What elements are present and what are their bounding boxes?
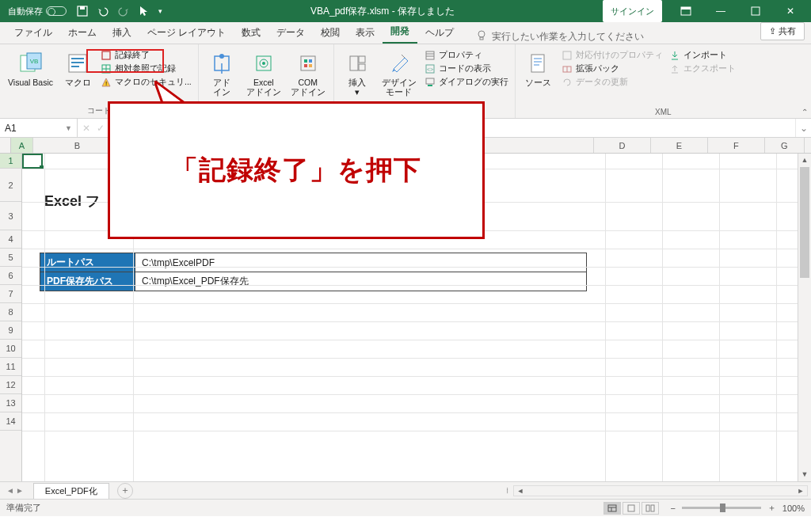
insert-control-button[interactable]: 挿入▾ [339,48,375,104]
cursor-icon[interactable] [138,5,150,17]
status-text: 準備完了 [6,502,41,514]
visual-basic-button[interactable]: VB Visual Basic [5,48,56,104]
undo-icon[interactable] [97,5,109,17]
sheet-tab[interactable]: Excel_PDF化 [33,483,109,499]
svg-point-19 [219,54,224,59]
namebox-dropdown-icon[interactable]: ▼ [65,124,72,132]
signin-button[interactable]: サインイン [603,0,662,22]
sheet-next-icon[interactable]: ► [16,486,24,495]
svg-rect-38 [531,55,544,72]
collapse-ribbon-icon[interactable]: ⌃ [801,108,808,116]
scroll-up-icon[interactable]: ▲ [798,154,811,167]
enter-formula-icon[interactable]: ✓ [97,123,105,134]
split-handle-icon[interactable]: ⁞ [506,486,508,495]
row-header[interactable]: 11 [0,358,21,376]
tab-review[interactable]: 校閲 [313,21,348,44]
row-header[interactable]: 9 [0,321,21,340]
column-header[interactable]: F [708,138,765,153]
source-button[interactable]: ソース [520,48,557,106]
row-header[interactable]: 8 [0,303,21,321]
column-header[interactable]: A [11,138,33,153]
com-addins-button[interactable]: COM アドイン [287,48,329,104]
row-header[interactable]: 3 [0,202,21,230]
addins-button[interactable]: アド イン [204,48,240,104]
column-header[interactable]: D [594,138,651,153]
tab-view[interactable]: 表示 [348,21,383,44]
row-header[interactable]: 1 [0,154,21,169]
tab-data[interactable]: データ [268,21,313,44]
row-header[interactable]: 6 [0,267,21,285]
map-properties-button[interactable]: 対応付けのプロパティ [560,49,664,62]
properties-button[interactable]: プロパティ [423,49,510,62]
excel-addin-icon [251,51,276,76]
normal-view-button[interactable] [603,502,621,515]
minimize-button[interactable]: — [703,0,738,22]
excel-addins-button[interactable]: Excel アドイン [243,48,284,104]
view-code-button[interactable]: <> コードの表示 [423,63,510,75]
row-header[interactable]: 10 [0,340,21,358]
cancel-formula-icon[interactable]: ✕ [82,123,90,134]
row-header[interactable]: 7 [0,285,21,303]
row-header[interactable]: 2 [0,169,21,202]
tab-home[interactable]: ホーム [60,21,105,44]
svg-text:<>: <> [427,66,433,72]
svg-rect-11 [71,58,84,59]
row-header[interactable]: 12 [0,376,21,394]
excel-addins-label: Excel アドイン [246,78,281,97]
refresh-icon [562,77,573,88]
scroll-thumb[interactable] [800,167,809,278]
maximize-button[interactable] [738,0,773,22]
select-all-corner[interactable] [0,138,11,154]
expansion-pack-button[interactable]: 拡張パック [560,63,664,75]
title-bar: 自動保存 ▾ VBA_pdf保存.xlsm - 保存しました サインイン — ✕ [0,0,811,22]
svg-rect-37 [428,85,432,86]
tab-file[interactable]: ファイル [6,21,60,44]
scroll-right-icon[interactable]: ► [794,487,807,495]
tab-pagelayout[interactable]: ページ レイアウト [139,21,234,44]
redo-icon[interactable] [117,5,130,17]
annotation-highlight [86,49,164,73]
row-header[interactable]: 4 [0,230,21,249]
zoom-in-icon[interactable]: ＋ [767,502,776,514]
tab-developer[interactable]: 開発 [383,20,417,44]
row-header[interactable]: 14 [0,412,21,431]
group-xml-label: XML [520,106,806,116]
add-sheet-button[interactable]: ＋ [117,483,133,499]
pdf-path-value[interactable]: C:\tmp\Excel_PDF保存先 [135,272,587,291]
autosave-toggle[interactable]: 自動保存 [8,6,67,17]
page-layout-view-button[interactable] [623,502,640,515]
tab-help[interactable]: ヘルプ [417,21,462,44]
scroll-down-icon[interactable]: ▼ [798,468,811,481]
row-header[interactable]: 13 [0,394,21,412]
share-button[interactable]: ⇪共有 [760,22,805,40]
save-icon[interactable] [76,5,89,17]
close-button[interactable]: ✕ [773,0,808,22]
tell-me-search[interactable]: 実行したい作業を入力してください [462,30,760,44]
ribbon-options-icon[interactable] [668,0,703,22]
run-dialog-button[interactable]: ダイアログの実行 [423,76,510,89]
scroll-left-icon[interactable]: ◄ [514,487,527,495]
zoom-out-icon[interactable]: − [670,504,675,513]
vb-label: Visual Basic [8,78,53,87]
column-header[interactable]: G [765,138,805,153]
refresh-data-button[interactable]: データの更新 [560,76,664,89]
page-break-view-button[interactable] [642,502,659,515]
sheet-prev-icon[interactable]: ◄ [6,486,14,495]
zoom-control[interactable]: − ＋ 100% [670,502,805,514]
row-header[interactable]: 5 [0,249,21,267]
horizontal-scrollbar[interactable]: ◄ ► [513,485,808,496]
design-mode-button[interactable]: デザイン モード [379,48,420,104]
name-box[interactable]: A1 ▼ [0,119,78,137]
svg-rect-31 [426,51,434,59]
svg-rect-52 [628,505,634,511]
root-path-value[interactable]: C:\tmp\ExcelPDF [135,253,587,272]
tab-insert[interactable]: 挿入 [105,21,139,44]
column-header[interactable]: E [651,138,708,153]
vertical-scrollbar[interactable]: ▲ ▼ [798,154,811,481]
export-button[interactable]: エクスポート [668,63,737,75]
import-button[interactable]: インポート [668,49,737,62]
addin-icon [209,51,234,76]
zoom-slider[interactable] [682,507,761,509]
tab-formulas[interactable]: 数式 [234,21,268,44]
expand-formula-bar-icon[interactable]: ⌄ [795,119,811,137]
